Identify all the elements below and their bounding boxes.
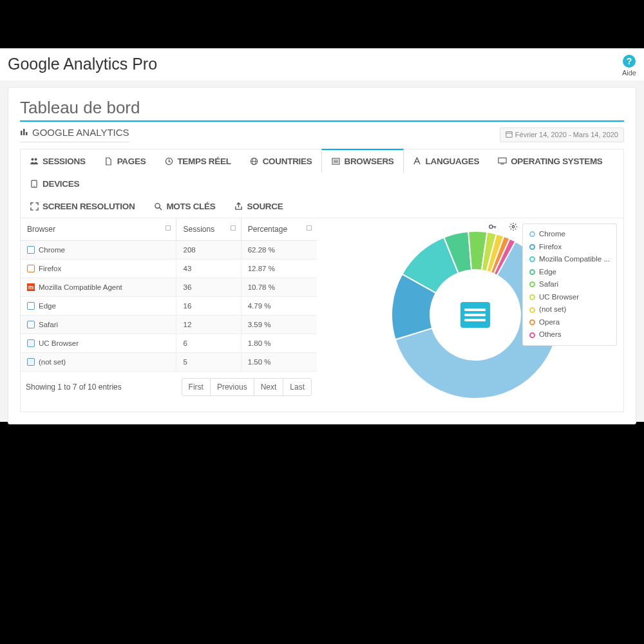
pager-previous[interactable]: Previous — [210, 378, 254, 396]
legend-item[interactable]: Safari — [529, 278, 610, 291]
tab-label: COUNTRIES — [263, 156, 312, 166]
legend-label: Others — [539, 328, 562, 341]
column-browser[interactable]: Browser — [21, 218, 176, 241]
share-icon — [234, 202, 243, 211]
svg-line-33 — [515, 229, 516, 229]
browser-icon — [27, 321, 35, 328]
legend-item[interactable]: Edge — [529, 266, 610, 279]
svg-line-23 — [159, 207, 162, 210]
tab-mots-clés[interactable]: MOTS CLÉS — [144, 195, 225, 218]
table-row[interactable]: Chrome20862.28 % — [21, 241, 317, 260]
svg-line-34 — [511, 229, 511, 229]
legend-label: Chrome — [539, 228, 565, 241]
panel-subtitle: GOOGLE ANALYTICS — [20, 127, 129, 142]
svg-rect-0 — [21, 131, 23, 135]
browser-icon — [27, 265, 35, 272]
sessions-value: 6 — [176, 334, 241, 353]
svg-rect-1 — [23, 129, 25, 135]
tab-devices[interactable]: DEVICES — [21, 173, 89, 195]
browser-name: Safari — [39, 321, 58, 328]
browser-name: Mozilla Compatible Agent — [39, 283, 122, 291]
legend-item[interactable]: Others — [529, 328, 610, 341]
tab-browsers[interactable]: BROWSERS — [321, 149, 403, 173]
gear-icon[interactable] — [509, 222, 518, 234]
tab-pages[interactable]: PAGES — [95, 149, 156, 173]
table-summary: Showing 1 to 7 of 10 entries — [26, 383, 122, 392]
percentage-value: 1.80 % — [241, 334, 317, 353]
tab-label: SCREEN RESOLUTION — [43, 202, 135, 211]
percentage-value: 10.78 % — [241, 278, 317, 297]
svg-rect-18 — [498, 158, 506, 163]
svg-point-22 — [155, 204, 160, 208]
sort-icon — [166, 225, 171, 231]
column-percentage[interactable]: Percentage — [241, 218, 317, 241]
globe-icon — [250, 157, 259, 166]
browser-icon — [27, 358, 35, 366]
percentage-value: 3.59 % — [241, 316, 317, 334]
pager-first[interactable]: First — [182, 378, 211, 396]
legend-item[interactable]: (not set) — [529, 303, 610, 316]
tab-temps-réel[interactable]: TEMPS RÉEL — [155, 149, 240, 173]
tab-label: OPERATING SYSTEMS — [511, 156, 602, 166]
table-row[interactable]: Safari123.59 % — [21, 316, 317, 334]
browser-name: Chrome — [39, 246, 65, 254]
tab-countries[interactable]: COUNTRIES — [241, 149, 322, 173]
svg-line-32 — [511, 224, 511, 225]
tab-sessions[interactable]: SESSIONS — [21, 149, 95, 173]
dashboard-panel: Tableau de bord GOOGLE ANALYTICS Février… — [8, 87, 636, 424]
legend-item[interactable]: Opera — [529, 316, 610, 329]
tab-screen-resolution[interactable]: SCREEN RESOLUTION — [21, 195, 144, 218]
legend-item[interactable]: Mozilla Compatible ... — [529, 253, 610, 266]
svg-rect-2 — [26, 132, 28, 135]
tab-label: SESSIONS — [43, 156, 86, 166]
table-row[interactable]: UC Browser61.80 % — [21, 334, 317, 353]
table-header-row: BrowserSessionsPercentage — [21, 218, 317, 241]
help-button[interactable]: ? Aide — [622, 55, 636, 77]
legend-item[interactable]: UC Browser — [529, 291, 610, 304]
help-icon: ? — [623, 55, 636, 68]
legend-item[interactable]: Chrome — [529, 228, 610, 241]
expand-icon — [30, 202, 39, 211]
list-icon — [460, 302, 490, 328]
percentage-value: 1.50 % — [241, 353, 317, 372]
browser-icon — [27, 302, 35, 310]
pager-next[interactable]: Next — [254, 378, 284, 396]
svg-point-5 — [31, 158, 33, 160]
table-row[interactable]: mMozilla Compatible Agent3610.78 % — [21, 278, 317, 297]
monitor-icon — [498, 157, 507, 165]
svg-rect-3 — [506, 131, 512, 137]
pager-last[interactable]: Last — [283, 378, 312, 396]
browser-name: UC Browser — [39, 339, 79, 347]
table-side: BrowserSessionsPercentage Chrome20862.28… — [21, 218, 317, 412]
legend-label: Edge — [539, 266, 556, 279]
tab-label: TEMPS RÉEL — [177, 156, 231, 166]
percentage-value: 62.28 % — [241, 241, 317, 260]
tab-label: DEVICES — [43, 179, 79, 189]
column-sessions[interactable]: Sessions — [176, 218, 241, 241]
date-range-picker[interactable]: Février 14, 2020 - Mars 14, 2020 — [500, 128, 624, 142]
tab-languages[interactable]: LANGUAGES — [404, 149, 489, 173]
legend-label: Mozilla Compatible ... — [539, 253, 610, 266]
percentage-value: 4.79 % — [241, 297, 317, 316]
legend-label: Opera — [539, 316, 560, 329]
app-window: Google Analytics Pro ? Aide Tableau de b… — [0, 48, 644, 422]
list-icon — [331, 158, 340, 165]
tab-label: LANGUAGES — [426, 156, 480, 166]
header: Google Analytics Pro ? Aide — [0, 48, 644, 80]
browser-icon — [27, 246, 35, 254]
legend-label: Firefox — [539, 241, 562, 254]
table-row[interactable]: (not set)51.50 % — [21, 353, 317, 372]
svg-point-21 — [33, 185, 34, 186]
clock-icon — [164, 157, 173, 166]
legend-marker — [529, 256, 535, 262]
legend-label: Safari — [539, 278, 558, 291]
content: BrowserSessionsPercentage Chrome20862.28… — [20, 218, 624, 412]
tab-operating-systems[interactable]: OPERATING SYSTEMS — [489, 149, 612, 173]
key-icon[interactable] — [488, 222, 497, 234]
legend-item[interactable]: Firefox — [529, 241, 610, 254]
table-row[interactable]: Edge164.79 % — [21, 297, 317, 316]
legend-marker — [529, 269, 535, 275]
tab-source[interactable]: SOURCE — [225, 195, 292, 218]
table-row[interactable]: Firefox4312.87 % — [21, 260, 317, 278]
legend-marker — [529, 244, 535, 250]
